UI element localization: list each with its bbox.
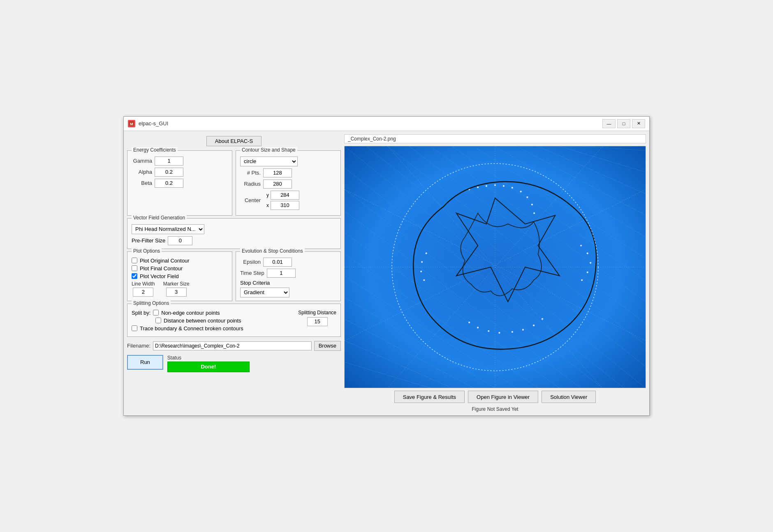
svg-point-56	[421, 261, 423, 263]
visualization-canvas	[345, 146, 646, 388]
splitting-distance-input[interactable]	[307, 317, 328, 326]
open-figure-button[interactable]: Open Figure in Viewer	[468, 391, 538, 403]
title-bar: M elpac-s_GUI — □ ✕	[124, 117, 649, 131]
vector-field-checkbox[interactable]	[132, 273, 137, 279]
trace-row: Trace boundary & Connect broken contours	[132, 325, 294, 332]
close-button[interactable]: ✕	[632, 119, 645, 128]
svg-point-32	[477, 186, 479, 188]
prefilter-input[interactable]	[168, 236, 192, 245]
svg-point-46	[542, 318, 543, 320]
window-title: elpac-s_GUI	[139, 120, 599, 127]
stop-criteria-section: Stop Criteria Gradient Energy Iterations	[240, 280, 336, 297]
energy-coefficients-title: Energy Coefficients	[132, 147, 178, 153]
status-label: Status	[167, 355, 250, 361]
main-window: M elpac-s_GUI — □ ✕ About ELPAC-S Energy…	[123, 116, 650, 416]
stop-criteria-select[interactable]: Gradient Energy Iterations	[240, 288, 289, 297]
browse-button[interactable]: Browse	[314, 341, 341, 351]
shape-select[interactable]: circle square rectangle	[240, 157, 298, 166]
status-group: Status Done!	[167, 355, 250, 372]
prefilter-row: Pre-Filter Size	[132, 236, 336, 245]
svg-point-55	[420, 270, 422, 272]
center-x-row: x	[263, 201, 299, 210]
vector-field-group: Vector Field Generation Phi Head Normali…	[127, 218, 341, 249]
svg-point-52	[477, 327, 479, 328]
marker-size-input[interactable]	[166, 288, 187, 297]
contour-size-title: Contour Size and Shape	[240, 147, 297, 153]
svg-point-50	[498, 332, 500, 334]
gamma-label: Gamma	[132, 158, 152, 164]
gamma-row: Gamma	[132, 157, 228, 166]
app-icon: M	[128, 120, 135, 127]
svg-point-43	[590, 262, 591, 263]
distance-checkbox[interactable]	[155, 318, 161, 323]
splitting-distance-label: Splitting Distance	[298, 310, 336, 316]
beta-label: Beta	[132, 180, 152, 186]
center-x-input[interactable]	[271, 201, 299, 210]
svg-point-48	[522, 329, 524, 330]
marker-size-field: Marker Size	[163, 281, 190, 297]
filename-input[interactable]	[153, 341, 312, 350]
image-container	[344, 146, 646, 389]
timestep-input[interactable]	[267, 269, 296, 278]
final-contour-label: Plot Final Contour	[140, 265, 183, 272]
alpha-input[interactable]	[155, 168, 183, 177]
svg-point-41	[580, 244, 582, 246]
image-title: _Complex_Con-2.png	[344, 134, 646, 143]
svg-point-35	[503, 185, 505, 187]
svg-point-34	[494, 184, 496, 186]
solution-viewer-button[interactable]: Solution Viewer	[542, 391, 596, 403]
evolution-group: Evolution & Stop Conditions Epsilon Time…	[236, 251, 341, 301]
energy-coefficients-group: Energy Coefficients Gamma Alpha Beta	[127, 150, 232, 216]
filename-row: Filename: Browse	[127, 341, 341, 351]
center-y-input[interactable]	[271, 191, 299, 200]
bottom-buttons-section: Save Figure & Results Open Figure in Vie…	[344, 391, 646, 412]
alpha-row: Alpha	[132, 168, 228, 177]
center-xy: y x	[263, 191, 299, 210]
contour-size-group: Contour Size and Shape circle square rec…	[236, 150, 341, 216]
svg-text:M: M	[130, 122, 133, 126]
stop-criteria-label: Stop Criteria	[240, 280, 270, 286]
evolution-title: Evolution & Stop Conditions	[240, 248, 305, 254]
not-saved-label: Figure Not Saved Yet	[472, 406, 518, 412]
beta-input[interactable]	[155, 179, 183, 188]
maximize-button[interactable]: □	[617, 119, 630, 128]
timestep-label: Time Step	[240, 270, 264, 276]
svg-point-33	[486, 185, 487, 187]
gamma-input[interactable]	[155, 157, 183, 166]
minimize-button[interactable]: —	[602, 119, 616, 128]
x-label: x	[263, 203, 269, 208]
pts-row: # Pts.	[240, 168, 336, 177]
about-btn-row: About ELPAC-S	[127, 134, 341, 148]
alpha-label: Alpha	[132, 169, 152, 175]
trace-checkbox[interactable]	[132, 325, 137, 331]
non-edge-checkbox[interactable]	[153, 310, 159, 316]
non-edge-label: Non-edge contour points	[161, 310, 220, 316]
vector-field-checkbox-row: Plot Vector Field	[132, 273, 228, 279]
pts-input[interactable]	[263, 168, 292, 177]
svg-point-57	[426, 252, 427, 254]
run-button[interactable]: Run	[127, 355, 163, 370]
original-contour-label: Plot Original Contour	[140, 258, 190, 264]
timestep-row: Time Step	[240, 269, 336, 278]
vector-field-cb-label: Plot Vector Field	[140, 273, 179, 279]
main-content: About ELPAC-S Energy Coefficients Gamma …	[124, 131, 649, 416]
epsilon-input[interactable]	[263, 258, 292, 267]
splitting-left: Split by: Non-edge contour points Distan…	[132, 310, 294, 333]
original-contour-checkbox[interactable]	[132, 258, 137, 263]
beta-row: Beta	[132, 179, 228, 188]
vf-method-row: Phi Head Normalized N... Method 2	[132, 224, 336, 234]
vf-method-select[interactable]: Phi Head Normalized N... Method 2	[132, 224, 204, 234]
final-contour-checkbox[interactable]	[132, 265, 137, 271]
svg-point-49	[511, 331, 513, 333]
center-y-row: y	[263, 191, 299, 200]
about-button[interactable]: About ELPAC-S	[206, 136, 262, 146]
line-width-input[interactable]	[133, 288, 153, 297]
radius-label: Radius	[240, 181, 261, 187]
radius-input[interactable]	[263, 180, 292, 189]
line-width-field: Line Width	[132, 281, 155, 297]
epsilon-label: Epsilon	[240, 259, 261, 265]
save-figure-button[interactable]: Save Figure & Results	[394, 391, 465, 403]
original-contour-row: Plot Original Contour	[132, 258, 228, 264]
splitting-group: Splitting Options Split by: Non-edge con…	[127, 304, 341, 337]
svg-point-53	[468, 321, 470, 323]
